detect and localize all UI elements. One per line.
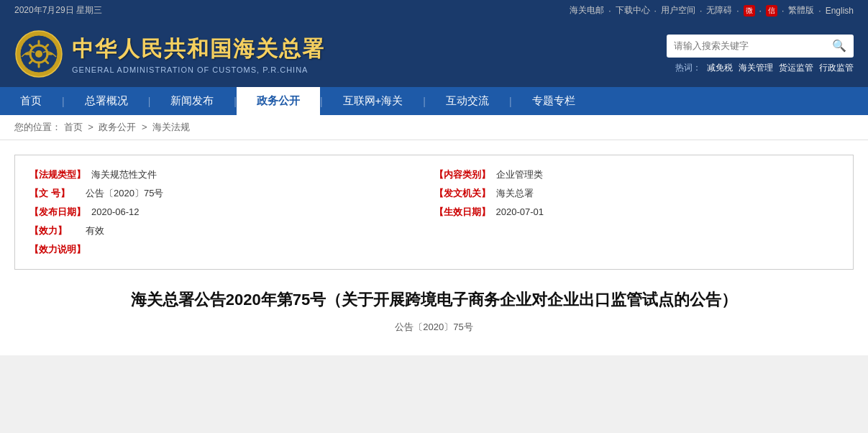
- breadcrumb-label: 您的位置：: [14, 122, 61, 132]
- link-accessibility[interactable]: 无障碍: [706, 4, 732, 17]
- date-display: 2020年7月29日 星期三: [14, 4, 102, 17]
- dot-1: ·: [608, 6, 611, 16]
- dot-5: ·: [759, 6, 762, 16]
- info-row-lawtype: 【法规类型】 海关规范性文件: [29, 165, 434, 184]
- logo-area: 中华人民共和国海关总署 GENERAL ADMINISTRATION OF CU…: [14, 29, 325, 78]
- header: 中华人民共和国海关总署 GENERAL ADMINISTRATION OF CU…: [0, 21, 868, 87]
- link-download[interactable]: 下载中心: [616, 4, 650, 17]
- breadcrumb-current: 海关法规: [152, 122, 190, 132]
- top-bar-links: 海关电邮 · 下载中心 · 用户空间 · 无障碍 · 微 · 信 · 繁體版 ·…: [570, 4, 854, 17]
- weibo-icon[interactable]: 微: [744, 5, 755, 17]
- content-type-value: 企业管理类: [496, 165, 543, 184]
- link-userspace[interactable]: 用户空间: [661, 4, 695, 17]
- nav-item-interaction[interactable]: 互动交流: [426, 87, 509, 115]
- link-email[interactable]: 海关电邮: [570, 4, 604, 17]
- publish-date-label: 【发布日期】: [29, 203, 86, 222]
- dot-7: ·: [818, 6, 821, 16]
- law-type-label: 【法规类型】: [29, 165, 86, 184]
- status-value: 有效: [86, 222, 104, 240]
- link-traditional[interactable]: 繁體版: [788, 4, 814, 17]
- info-row-issuer: 【发文机关】 海关总署: [434, 184, 839, 203]
- breadcrumb-affairs[interactable]: 政务公开: [99, 122, 136, 132]
- status-label: 【效力】: [29, 222, 80, 240]
- doc-num-label: 【文 号】: [29, 184, 80, 203]
- info-row-effectivedate: 【生效日期】 2020-07-01: [434, 203, 839, 222]
- info-grid: 【法规类型】 海关规范性文件 【文 号】 公告〔2020〕75号 【发布日期】 …: [29, 165, 839, 259]
- law-type-value: 海关规范性文件: [91, 165, 157, 184]
- nav-item-internet[interactable]: 互联网+海关: [323, 87, 424, 115]
- nav-bar: 首页 | 总署概况 | 新闻发布 | 政务公开 | 互联网+海关 | 互动交流 …: [0, 87, 868, 115]
- dot-6: ·: [782, 6, 784, 16]
- effective-date-label: 【生效日期】: [434, 203, 490, 222]
- publish-date-value: 2020-06-12: [91, 203, 140, 222]
- info-row-docnum: 【文 号】 公告〔2020〕75号: [29, 184, 434, 203]
- breadcrumb: 您的位置： 首页 > 政务公开 > 海关法规: [0, 115, 868, 140]
- hot-link-1[interactable]: 海关管理: [739, 62, 773, 74]
- org-name-en: GENERAL ADMINISTRATION OF CUSTOMS, P.R.C…: [72, 65, 325, 74]
- dot-4: ·: [736, 6, 739, 16]
- breadcrumb-sep-1: >: [88, 122, 96, 132]
- search-area: 🔍 热词： 减免税 海关管理 货运监管 行政监管: [667, 35, 854, 74]
- nav-item-news[interactable]: 新闻发布: [150, 87, 234, 115]
- note-label: 【效力说明】: [29, 240, 86, 259]
- hot-link-0[interactable]: 减免税: [707, 62, 733, 74]
- info-row-publishdate: 【发布日期】 2020-06-12: [29, 203, 434, 222]
- wechat-icon[interactable]: 信: [766, 5, 777, 17]
- hot-link-2[interactable]: 货运监管: [779, 62, 813, 74]
- hot-links: 热词： 减免税 海关管理 货运监管 行政监管: [675, 62, 854, 74]
- hot-link-3[interactable]: 行政监管: [819, 62, 854, 74]
- content-type-label: 【内容类别】: [434, 165, 490, 184]
- nav-item-overview[interactable]: 总署概况: [65, 87, 148, 115]
- dot-2: ·: [654, 6, 657, 16]
- search-input[interactable]: [667, 40, 825, 51]
- nav-item-affairs[interactable]: 政务公开: [237, 87, 320, 115]
- nav-item-home[interactable]: 首页: [0, 87, 62, 115]
- logo-text: 中华人民共和国海关总署 GENERAL ADMINISTRATION OF CU…: [72, 35, 325, 74]
- nav-item-special[interactable]: 专题专栏: [512, 87, 595, 115]
- info-col-left: 【法规类型】 海关规范性文件 【文 号】 公告〔2020〕75号 【发布日期】 …: [29, 165, 434, 259]
- info-row-status: 【效力】 有效: [29, 222, 434, 240]
- issuer-value: 海关总署: [496, 184, 534, 203]
- svg-point-3: [35, 50, 42, 58]
- search-button[interactable]: 🔍: [825, 39, 854, 53]
- breadcrumb-home[interactable]: 首页: [64, 122, 83, 132]
- info-box: 【法规类型】 海关规范性文件 【文 号】 公告〔2020〕75号 【发布日期】 …: [14, 155, 854, 270]
- logo-emblem: [14, 29, 63, 78]
- org-name-cn: 中华人民共和国海关总署: [72, 35, 325, 64]
- breadcrumb-sep-2: >: [142, 122, 150, 132]
- info-col-right: 【内容类别】 企业管理类 【发文机关】 海关总署 【生效日期】 2020-07-…: [434, 165, 839, 259]
- issuer-label: 【发文机关】: [434, 184, 490, 203]
- info-row-contenttype: 【内容类别】 企业管理类: [434, 165, 839, 184]
- info-row-note: 【效力说明】: [29, 240, 434, 259]
- link-english[interactable]: English: [826, 6, 854, 16]
- content-area: 【法规类型】 海关规范性文件 【文 号】 公告〔2020〕75号 【发布日期】 …: [0, 140, 868, 355]
- article-subtitle: 公告〔2020〕75号: [14, 321, 854, 334]
- top-bar: 2020年7月29日 星期三 海关电邮 · 下载中心 · 用户空间 · 无障碍 …: [0, 0, 868, 21]
- hot-label: 热词：: [675, 62, 701, 74]
- doc-num-value: 公告〔2020〕75号: [86, 184, 163, 203]
- dot-3: ·: [700, 6, 702, 16]
- effective-date-value: 2020-07-01: [496, 203, 544, 222]
- article-title: 海关总署公告2020年第75号（关于开展跨境电子商务企业对企业出口监管试点的公告…: [14, 287, 854, 312]
- search-box: 🔍: [667, 35, 854, 58]
